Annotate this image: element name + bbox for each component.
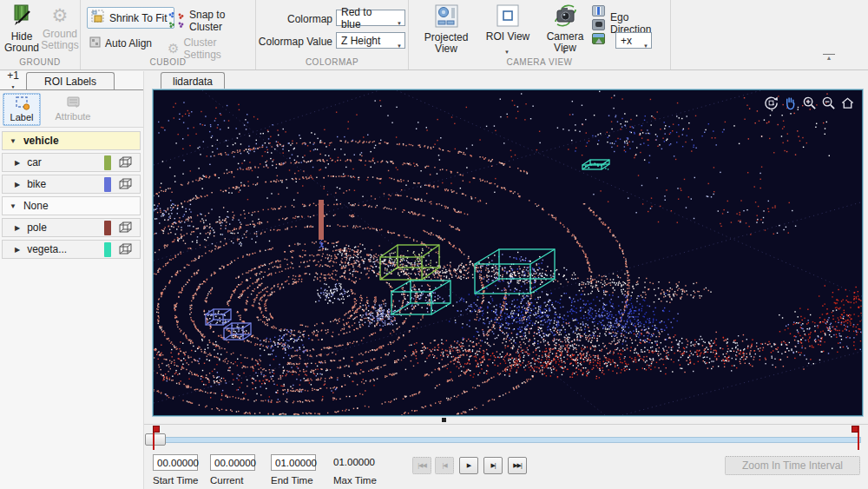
- add-tab-label: +1: [3, 71, 23, 81]
- chevron-expanded-icon[interactable]: ▼: [10, 137, 16, 145]
- first-frame-icon: |◀◀: [418, 462, 426, 469]
- colormap-select[interactable]: Red to blue: [336, 10, 405, 26]
- shrink-to-fit-button[interactable]: Shrink To Fit: [87, 7, 174, 29]
- hide-ground-button[interactable]: Hide Ground: [3, 4, 40, 54]
- ground-section-label: GROUND: [0, 57, 80, 67]
- chevron-collapsed-icon[interactable]: ▶: [15, 224, 20, 232]
- collapse-ribbon-icon: ▲: [823, 56, 835, 61]
- zoom-out-icon[interactable]: [821, 96, 836, 110]
- label-name: bike: [27, 178, 46, 190]
- camera-view-button[interactable]: Camera View: [537, 4, 593, 54]
- current-time-value: 00.00000: [214, 458, 256, 468]
- label-color-swatch[interactable]: [104, 155, 111, 170]
- ego-top-view-icon[interactable]: [592, 5, 605, 17]
- label-item-bike[interactable]: ▶ bike: [2, 175, 141, 194]
- label-color-swatch[interactable]: [104, 242, 111, 257]
- splitter-handle[interactable]: [442, 418, 446, 422]
- collapse-ribbon-button[interactable]: ▲: [823, 54, 835, 61]
- shrink-to-fit-label: Shrink To Fit: [109, 12, 167, 24]
- last-frame-button[interactable]: ▶▶|: [508, 457, 527, 474]
- zoom-in-icon[interactable]: [802, 96, 817, 110]
- first-frame-button[interactable]: |◀◀: [412, 457, 431, 474]
- chevron-collapsed-icon[interactable]: ▶: [15, 246, 20, 254]
- end-time-value: 01.00000: [275, 458, 317, 468]
- snap-to-cluster-icon: [168, 11, 185, 31]
- gear-icon: ⚙: [168, 41, 179, 56]
- projected-view-label: Projected View: [416, 32, 477, 55]
- axes-toolbar: [764, 96, 855, 110]
- colormap-section-label: COLORMAP: [256, 57, 408, 67]
- ribbon-section-camera-view: Projected View ROI View Camera View Ego …: [409, 0, 671, 69]
- max-time-value: 01.00000: [333, 457, 375, 467]
- next-frame-icon: ▶|: [490, 462, 495, 469]
- label-button[interactable]: Label: [3, 93, 41, 126]
- previous-frame-button[interactable]: |◀: [435, 457, 454, 474]
- snap-to-cluster-label: Snap to Cluster: [189, 9, 255, 33]
- tab-lidardata[interactable]: lidardata: [161, 72, 225, 89]
- label-color-swatch[interactable]: [104, 177, 111, 192]
- label-group-none[interactable]: ▼ None: [2, 196, 141, 215]
- label-group-vehicle[interactable]: ▼ vehicle: [2, 131, 141, 150]
- time-slider-track[interactable]: [148, 437, 861, 443]
- chevron-down-icon: [397, 38, 402, 50]
- label-color-swatch[interactable]: [104, 221, 111, 235]
- roi-view-icon: [496, 17, 519, 30]
- start-time-input[interactable]: 00.00000: [153, 454, 198, 471]
- start-time-flag[interactable]: [149, 426, 159, 452]
- current-time-label: Current: [210, 475, 243, 486]
- colormap-label: Colormap: [256, 13, 332, 25]
- shrink-to-fit-icon: [91, 10, 105, 26]
- chevron-down-icon: [397, 16, 402, 28]
- rotate-3d-icon[interactable]: [764, 96, 779, 110]
- roi-labels-tab-label: ROI Labels: [44, 76, 96, 88]
- gear-icon: ⚙: [41, 4, 79, 27]
- horizontal-splitter[interactable]: [153, 417, 863, 424]
- home-icon[interactable]: [840, 96, 855, 110]
- cuboid-type-icon: [118, 155, 133, 169]
- chevron-collapsed-icon[interactable]: ▶: [15, 181, 20, 188]
- point-cloud-canvas[interactable]: [154, 90, 862, 415]
- roi-view-button[interactable]: ROI View: [483, 4, 532, 43]
- group-name: vehicle: [23, 135, 59, 147]
- hide-ground-icon: [10, 17, 33, 30]
- pan-icon[interactable]: [783, 96, 798, 110]
- ego-front-view-icon[interactable]: [592, 33, 605, 44]
- zoom-in-time-interval-button[interactable]: Zoom In Time Interval: [725, 456, 860, 475]
- ground-settings-label: Ground Settings: [41, 29, 79, 51]
- chevron-down-icon[interactable]: [504, 50, 510, 55]
- colormap-value-value: Z Height: [341, 35, 380, 47]
- ego-direction-select[interactable]: +x: [615, 32, 652, 49]
- ground-settings-button[interactable]: ⚙ Ground Settings: [41, 4, 79, 51]
- play-icon: ▶: [467, 462, 470, 469]
- end-time-input[interactable]: 01.00000: [271, 454, 316, 471]
- chevron-down-icon[interactable]: [562, 50, 567, 55]
- colormap-value: Red to blue: [341, 6, 392, 30]
- snap-to-cluster-button[interactable]: Snap to Cluster: [168, 9, 255, 33]
- colormap-value-select[interactable]: Z Height: [336, 32, 405, 49]
- auto-align-icon: [89, 36, 101, 50]
- chevron-expanded-icon[interactable]: ▼: [10, 202, 16, 210]
- ribbon-section-ground: Hide Ground ⚙ Ground Settings GROUND: [0, 0, 81, 69]
- left-tabstrip: +1 ROI Labels: [0, 71, 143, 89]
- ego-chase-view-icon[interactable]: [592, 19, 605, 30]
- group-name: None: [23, 200, 49, 212]
- label-item-pole[interactable]: ▶ pole: [2, 218, 141, 237]
- ego-direction-value: +x: [621, 35, 632, 47]
- cuboid-section-label: CUBOID: [81, 57, 255, 67]
- auto-align-button[interactable]: Auto Align: [89, 36, 152, 50]
- roi-view-label: ROI View: [483, 31, 532, 43]
- attribute-button[interactable]: Attribute: [49, 93, 97, 126]
- label-icon: [3, 95, 40, 112]
- play-button[interactable]: ▶: [459, 457, 478, 474]
- label-item-vegetation[interactable]: ▶ vegeta...: [2, 240, 141, 259]
- time-interval-panel: 00.00000 00.00000 01.00000 01.00000 Star…: [144, 424, 868, 489]
- chevron-collapsed-icon[interactable]: ▶: [15, 159, 20, 167]
- projected-view-button[interactable]: Projected View: [416, 4, 477, 55]
- end-time-flag[interactable]: [854, 426, 864, 452]
- next-frame-button[interactable]: ▶|: [483, 457, 503, 474]
- label-item-car[interactable]: ▶ car: [2, 153, 141, 172]
- main-tabstrip: lidardata: [153, 71, 863, 89]
- current-time-input[interactable]: 00.00000: [210, 454, 255, 471]
- attribute-icon: [49, 94, 97, 111]
- tab-roi-labels[interactable]: ROI Labels: [26, 72, 115, 89]
